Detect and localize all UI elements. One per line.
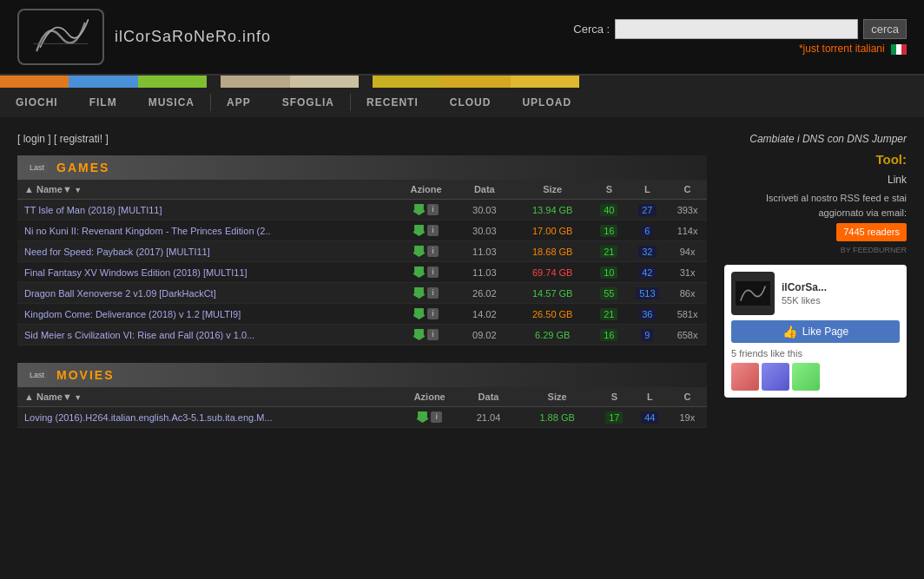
info-icon[interactable]: i	[427, 287, 439, 299]
nav-sfoglia[interactable]: SFOGLIA	[267, 93, 350, 112]
search-row: Cerca : cerca	[573, 19, 907, 39]
azione-cell: i	[397, 262, 455, 283]
seeders-cell: 10	[591, 262, 627, 283]
tool-title: Tool:	[724, 152, 907, 167]
leechers-cell: 513	[627, 283, 668, 304]
fb-page-info: ilCorSa... 55K likes	[782, 281, 900, 306]
games-section-title: GAMES	[56, 161, 109, 174]
info-icon[interactable]: i	[427, 246, 439, 257]
games-last-badge: Last	[26, 162, 48, 173]
torrent-name-link[interactable]: TT Isle of Man (2018) [MULTI11]	[24, 205, 162, 215]
completed-cell: 86x	[668, 283, 707, 304]
azione-cell: i	[397, 241, 455, 262]
table-row: TT Isle of Man (2018) [MULTI11]i30.0313.…	[17, 200, 707, 220]
completed-cell: 114x	[668, 220, 707, 241]
fb-friends-text: 5 friends like this	[731, 348, 900, 359]
movies-col-azione-header: Azione	[400, 387, 459, 407]
tagline: *just torrent italiani	[799, 43, 885, 55]
completed-cell: 31x	[668, 262, 707, 283]
nav-recenti[interactable]: RECENTI	[351, 93, 434, 112]
table-row: Need for Speed: Payback (2017) [MULTI11]…	[17, 241, 707, 262]
nav-color-tan2	[290, 76, 359, 88]
download-icon[interactable]	[417, 411, 428, 423]
date-cell: 26.02	[455, 283, 513, 304]
info-icon[interactable]: i	[431, 411, 442, 423]
nav-color-amber	[511, 76, 579, 88]
torrent-name-link[interactable]: Loving (2016).H264.italian.english.Ac3-5…	[24, 412, 273, 423]
azione-cell: i	[397, 325, 455, 345]
nav-app[interactable]: APP	[211, 93, 267, 112]
torrent-name-link[interactable]: Ni no Kuni II: Revenant Kingdom - The Pr…	[24, 226, 271, 236]
nav-cloud[interactable]: CLOUD	[434, 93, 507, 112]
nav-gap-1	[207, 76, 221, 88]
svg-marker-6	[413, 287, 425, 299]
size-cell: 1.88 GB	[518, 407, 596, 428]
svg-marker-9	[417, 411, 428, 423]
download-icon[interactable]	[413, 204, 425, 215]
action-icons: i	[404, 287, 448, 299]
nav-gap-2	[359, 76, 373, 88]
size-cell: 13.94 GB	[513, 200, 591, 220]
col-data-header: Data	[455, 180, 513, 200]
table-row: Kingdom Come: Deliverance (2018) v 1.2 […	[17, 304, 707, 325]
action-icons: i	[404, 308, 448, 319]
download-icon[interactable]	[413, 246, 425, 257]
torrent-name-link[interactable]: Final Fantasy XV Windows Edition (2018) …	[24, 267, 248, 278]
header: ilCorSaRoNeRo.info Cerca : cerca *just t…	[0, 0, 924, 76]
leechers-cell: 32	[627, 241, 668, 262]
login-link[interactable]: [ login ]	[17, 133, 51, 145]
azione-cell: i	[397, 220, 455, 241]
completed-cell: 581x	[668, 304, 707, 325]
movies-col-name-header[interactable]: ▲ Name▼	[17, 387, 400, 407]
nav-giochi[interactable]: GIOCHI	[0, 93, 74, 112]
info-icon[interactable]: i	[427, 329, 439, 340]
azione-cell: i	[397, 304, 455, 325]
col-name-header[interactable]: ▲ Name▼	[17, 180, 397, 200]
nav-color-blue	[69, 76, 137, 88]
site-logo[interactable]	[17, 9, 104, 65]
fb-like-button[interactable]: 👍 Like Page	[731, 320, 900, 343]
torrent-name-link[interactable]: Need for Speed: Payback (2017) [MULTI11]	[24, 247, 210, 257]
torrent-name-link[interactable]: Kingdom Come: Deliverance (2018) v 1.2 […	[24, 309, 241, 319]
search-input[interactable]	[615, 19, 858, 39]
download-icon[interactable]	[413, 225, 425, 236]
movies-section-title: MOVIES	[56, 368, 114, 382]
download-icon[interactable]	[413, 329, 425, 340]
action-icons: i	[404, 266, 448, 278]
fb-avatar-1	[731, 363, 759, 391]
size-cell: 17.00 GB	[513, 220, 591, 241]
table-row: Loving (2016).H264.italian.english.Ac3-5…	[17, 407, 707, 428]
search-button[interactable]: cerca	[863, 19, 907, 39]
info-icon[interactable]: i	[427, 266, 439, 278]
leechers-cell: 44	[632, 407, 668, 428]
movies-col-l-header: L	[632, 387, 668, 407]
info-icon[interactable]: i	[427, 225, 439, 236]
movies-col-data-header: Data	[459, 387, 518, 407]
download-icon[interactable]	[413, 266, 425, 278]
movies-section-header: Last MOVIES	[17, 363, 707, 387]
fb-like-label: Like Page	[802, 326, 848, 338]
info-icon[interactable]: i	[427, 308, 439, 319]
games-table-header-row: ▲ Name▼ Azione Data Size S L C	[17, 180, 707, 200]
download-icon[interactable]	[413, 287, 425, 299]
rss-description: Iscriveti al nostro RSS feed e stai aggi…	[766, 193, 907, 218]
nav-color-strip	[0, 76, 924, 88]
nav-upload[interactable]: UPLOAD	[506, 93, 587, 112]
seeders-cell: 21	[591, 304, 627, 325]
nav-film[interactable]: FILM	[74, 93, 133, 112]
register-link[interactable]: [ registrati! ]	[54, 133, 109, 145]
torrent-name-link[interactable]: Dragon Ball Xenoverse 2 v1.09 [DarkHackC…	[24, 288, 216, 299]
nav-musica[interactable]: MUSICA	[133, 93, 210, 112]
leechers-cell: 9	[627, 325, 668, 345]
nav-color-orange	[0, 76, 69, 88]
action-icons: i	[404, 204, 448, 215]
action-icons: i	[407, 411, 452, 423]
info-icon[interactable]: i	[427, 204, 439, 215]
main-container: [ login ] [ registrati! ] Last GAMES ▲ N…	[0, 117, 924, 454]
torrent-name-link[interactable]: Sid Meier s Civilization VI: Rise and Fa…	[24, 330, 254, 340]
col-size-header: Size	[513, 180, 591, 200]
completed-cell: 94x	[668, 241, 707, 262]
seeders-cell: 17	[597, 407, 632, 428]
leechers-cell: 42	[627, 262, 668, 283]
download-icon[interactable]	[413, 308, 425, 319]
